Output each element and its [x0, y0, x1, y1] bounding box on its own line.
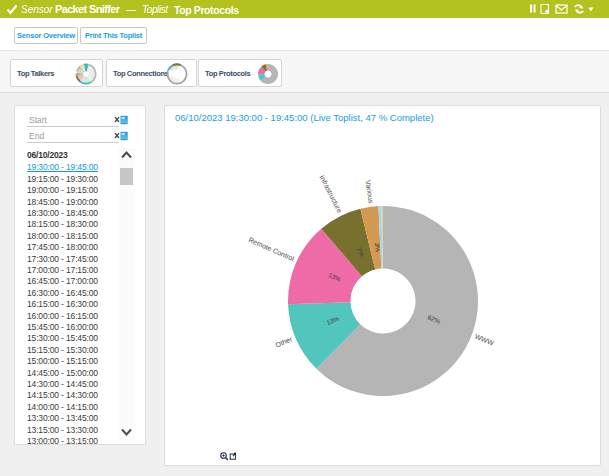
svg-text:Remote Control: Remote Control: [248, 236, 296, 262]
svg-text:Various: Various: [364, 180, 374, 204]
svg-text:Infrastructure: Infrastructure: [318, 174, 343, 214]
svg-text:Other: Other: [274, 335, 293, 349]
svg-text:WWW: WWW: [474, 333, 495, 347]
svg-text:3%: 3%: [374, 242, 382, 253]
